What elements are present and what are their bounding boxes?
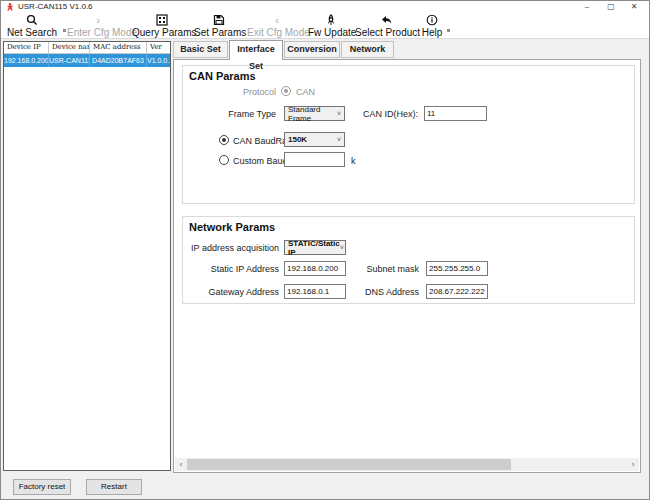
app-logo-icon — [6, 3, 14, 11]
title-bar: USR-CAN115 V1.0.6 – ▢ ✕ — [1, 1, 649, 13]
fw-update-button[interactable]: Fw Update — [308, 14, 354, 38]
custom-baudrate-unit: k — [351, 156, 356, 166]
help-button[interactable]: Help — [418, 14, 446, 38]
toolbar: Net Search › Enter Cfg Mode Query Params… — [1, 13, 649, 39]
col-mac-address: MAC address — [90, 42, 147, 53]
info-icon — [418, 14, 446, 27]
close-icon[interactable]: ✕ — [624, 1, 644, 12]
device-mac-cell: D4AD20B7AF63 — [90, 54, 147, 67]
maximize-icon[interactable]: ▢ — [601, 1, 621, 12]
can-params-group: CAN Params Protocol CAN Frame Type Stand… — [182, 65, 635, 204]
tab-conversion-set[interactable]: Conversion Set — [284, 41, 340, 58]
select-product-label: Select Product — [355, 27, 417, 38]
chevron-right-icon: › — [67, 14, 129, 27]
dns-label: DNS Address — [365, 287, 419, 297]
chevron-down-icon: ˅ — [340, 244, 344, 252]
network-params-title: Network Params — [189, 221, 275, 233]
chevron-left-icon: ‹ — [247, 14, 307, 27]
device-ver-cell: V1.0.0... — [147, 54, 170, 67]
interface-set-panel: CAN Params Protocol CAN Frame Type Stand… — [173, 59, 641, 473]
rocket-icon — [308, 14, 354, 27]
col-device-name: Device name — [49, 42, 90, 53]
network-params-group: Network Params IP address acquisition ST… — [182, 216, 635, 304]
save-icon — [194, 14, 244, 27]
tab-basic-set[interactable]: Basic Set — [173, 41, 228, 58]
protocol-can-radio — [281, 86, 291, 96]
can-id-input[interactable] — [424, 106, 487, 121]
custom-baudrate-input[interactable] — [284, 152, 345, 167]
minimize-icon[interactable]: – — [577, 1, 597, 12]
net-search-button[interactable]: Net Search — [5, 14, 59, 38]
custom-baudrate-radio[interactable] — [219, 155, 229, 165]
fw-update-label: Fw Update — [308, 27, 354, 38]
tab-network-set[interactable]: Network Set — [341, 41, 394, 58]
restart-button[interactable]: Restart — [86, 479, 142, 495]
select-product-button[interactable]: Select Product — [355, 14, 417, 38]
gateway-input[interactable] — [284, 284, 346, 299]
protocol-label: Protocol — [243, 87, 276, 97]
main-area: Device IP Device name MAC address Ver 19… — [1, 39, 650, 500]
device-ip-cell: 192.168.0.200 — [4, 54, 49, 67]
set-params-button[interactable]: Set Params — [194, 14, 244, 38]
device-list-panel: Device IP Device name MAC address Ver 19… — [3, 41, 171, 471]
can-id-label: CAN ID(Hex): — [363, 109, 418, 119]
app-window: USR-CAN115 V1.0.6 – ▢ ✕ Net Search › Ent… — [0, 0, 650, 500]
static-ip-label: Static IP Address — [211, 264, 279, 274]
query-params-button[interactable]: Query Params — [132, 14, 192, 38]
static-ip-input[interactable] — [284, 261, 346, 276]
enter-cfg-mode-label: Enter Cfg Mode — [67, 27, 129, 38]
scroll-right-icon[interactable]: › — [627, 458, 639, 471]
search-icon — [5, 14, 59, 27]
chevron-down-icon: ˅ — [337, 136, 341, 144]
protocol-can-option-label: CAN — [296, 87, 315, 97]
ip-acquisition-dropdown[interactable]: STATIC/Static IP ˅ — [284, 240, 346, 255]
chevron-down-icon: ˅ — [337, 110, 341, 118]
frame-type-label: Frame Type — [228, 109, 276, 119]
table-row[interactable]: 192.168.0.200 USR-CAN115 D4AD20B7AF63 V1… — [4, 54, 170, 67]
frame-type-value: Standard Frame — [288, 105, 337, 123]
net-search-label: Net Search — [5, 27, 59, 38]
undo-arrow-icon — [355, 14, 417, 27]
exit-cfg-mode-label: Exit Cfg Mode — [247, 27, 307, 38]
device-name-cell: USR-CAN115 — [49, 54, 90, 67]
col-ver: Ver — [147, 42, 170, 53]
can-baudrate-radio[interactable] — [219, 135, 229, 145]
enter-cfg-mode-button: › Enter Cfg Mode — [67, 14, 129, 38]
window-title: USR-CAN115 V1.0.6 — [18, 2, 93, 11]
gateway-label: Gateway Address — [208, 287, 279, 297]
toolbar-separator — [63, 29, 66, 32]
device-table-header: Device IP Device name MAC address Ver — [4, 42, 170, 54]
frame-type-dropdown[interactable]: Standard Frame ˅ — [284, 106, 345, 121]
tab-interface-set[interactable]: Interface Set — [229, 40, 283, 60]
help-label: Help — [418, 27, 446, 38]
set-params-label: Set Params — [194, 27, 244, 38]
toolbar-separator — [447, 29, 450, 32]
subnet-mask-input[interactable] — [426, 261, 488, 276]
subnet-mask-label: Subnet mask — [366, 264, 419, 274]
dns-input[interactable] — [426, 284, 488, 299]
col-device-ip: Device IP — [4, 42, 49, 53]
query-params-label: Query Params — [132, 27, 192, 38]
can-baudrate-value: 150K — [288, 135, 307, 144]
ip-acquisition-label: IP address acquisition — [191, 243, 279, 253]
can-baudrate-dropdown[interactable]: 150K ˅ — [284, 132, 345, 147]
exit-cfg-mode-button: ‹ Exit Cfg Mode — [247, 14, 307, 38]
ip-acquisition-value: STATIC/Static IP — [288, 239, 340, 257]
factory-reset-button[interactable]: Factory reset — [13, 479, 71, 495]
horizontal-scrollbar[interactable]: ‹ › — [175, 458, 639, 471]
scrollbar-thumb[interactable] — [187, 459, 511, 470]
scroll-left-icon[interactable]: ‹ — [175, 458, 187, 471]
grid-icon — [132, 14, 192, 27]
can-params-title: CAN Params — [189, 70, 256, 82]
